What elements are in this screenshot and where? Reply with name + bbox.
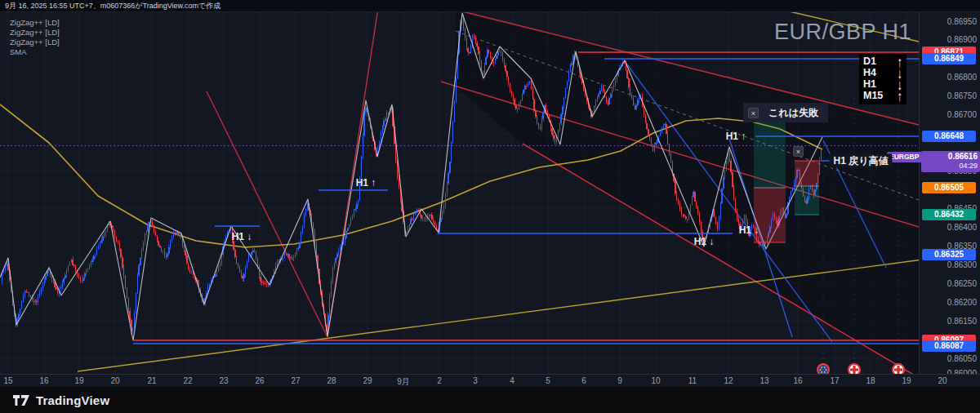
current-price-value: 0.86616 bbox=[924, 151, 978, 162]
bar-countdown: 04:29 bbox=[924, 162, 978, 171]
chart-annotation-h1-swing-high[interactable]: H1 戻り高値 bbox=[830, 154, 893, 168]
indicator-legend-row[interactable]: ZigZag++ [LD] bbox=[10, 18, 60, 28]
time-tick: 21 bbox=[147, 376, 156, 385]
price-level-label: 0.86087 bbox=[922, 340, 976, 352]
candlestick-chart-canvas[interactable] bbox=[0, 0, 980, 387]
footer-bar: TradingView bbox=[0, 387, 980, 413]
time-tick: 5 bbox=[546, 376, 550, 385]
close-icon[interactable]: × bbox=[793, 146, 804, 157]
time-tick: 2 bbox=[437, 376, 442, 385]
time-tick: 3 bbox=[473, 376, 478, 385]
time-tick: 9 bbox=[617, 376, 622, 385]
time-tick: 29 bbox=[363, 376, 372, 385]
price-tick: 0.86150 bbox=[947, 317, 977, 326]
symbol-watermark: EUR/GBP H1 bbox=[774, 20, 911, 45]
close-icon[interactable]: × bbox=[748, 108, 759, 118]
price-level-label: 0.86849 bbox=[922, 53, 976, 64]
publish-timestamp: 9月 16, 2025 16:55 UTC+7、m0607366がTrading… bbox=[5, 1, 220, 11]
chart-annotation-h1-up-mid[interactable]: H1 ↑ bbox=[356, 177, 376, 189]
chart-annotation-h1-down-left[interactable]: H1 ↓ bbox=[232, 231, 252, 242]
tradingview-chart-window: 9月 16, 2025 16:55 UTC+7、m0607366がTrading… bbox=[0, 0, 980, 413]
price-level-label: 0.86648 bbox=[922, 131, 976, 142]
time-tick: 16 bbox=[39, 376, 48, 385]
time-tick: 23 bbox=[219, 376, 228, 385]
price-level-label: 0.86505 bbox=[922, 182, 976, 193]
tradingview-brand-text: TradingView bbox=[36, 393, 109, 407]
time-tick: 17 bbox=[830, 376, 839, 385]
current-price-label: EURGBP 0.86616 04:29 bbox=[887, 151, 980, 172]
time-tick: 4 bbox=[510, 376, 514, 385]
timeframe-label: H4 bbox=[863, 67, 876, 78]
time-tick: 22 bbox=[183, 376, 192, 385]
time-tick: 19 bbox=[902, 376, 911, 385]
time-tick: 15 bbox=[3, 376, 12, 385]
time-tick: 6 bbox=[581, 376, 586, 385]
price-tick: 0.86300 bbox=[947, 260, 977, 269]
price-tick: 0.86800 bbox=[947, 73, 977, 82]
note-label-text: これは失敗 bbox=[759, 106, 828, 120]
time-tick: 20 bbox=[110, 376, 119, 385]
time-tick: 9月 bbox=[397, 376, 410, 388]
time-tick: 27 bbox=[291, 376, 300, 385]
price-tick: 0.86400 bbox=[947, 223, 977, 232]
price-tick: 0.86250 bbox=[947, 279, 977, 288]
chart-annotation-h1-up-right[interactable]: H1 ↑ bbox=[726, 131, 746, 142]
time-tick: 13 bbox=[760, 376, 768, 385]
mtf-trend-panel: D1↑H4↓H1↓M15↑ bbox=[859, 54, 906, 104]
indicator-legend[interactable]: ZigZag++ [LD]ZigZag++ [LD]ZigZag++ [LD]S… bbox=[10, 18, 60, 57]
price-tick: 0.86700 bbox=[947, 110, 977, 119]
time-tick: 18 bbox=[866, 376, 875, 385]
price-tick: 0.86950 bbox=[947, 17, 977, 26]
time-tick: 28 bbox=[327, 376, 336, 385]
price-tick: 0.86900 bbox=[947, 35, 977, 44]
time-tick: 11 bbox=[688, 376, 697, 385]
price-level-label: 0.86325 bbox=[922, 249, 976, 260]
time-tick: 20 bbox=[938, 376, 947, 385]
up-arrow-icon: ↑ bbox=[898, 87, 903, 104]
chart-annotation-h1-down-right-b[interactable]: H1 ↓ bbox=[739, 224, 760, 236]
mtf-row-m15: M15↑ bbox=[863, 90, 902, 101]
timeframe-label: M15 bbox=[863, 90, 883, 101]
publish-header-bar: 9月 16, 2025 16:55 UTC+7、m0607366がTrading… bbox=[0, 0, 980, 12]
time-tick: 26 bbox=[255, 376, 264, 385]
indicator-legend-row[interactable]: ZigZag++ [LD] bbox=[10, 38, 60, 47]
time-tick: 19 bbox=[74, 376, 83, 385]
timeframe-label: H1 bbox=[863, 78, 876, 90]
price-axis[interactable]: EURGBP 0.86616 04:29 0.869500.869000.868… bbox=[919, 11, 980, 374]
note-label-box[interactable]: × これは失敗 bbox=[743, 103, 828, 122]
chart-annotation-h1-down-right-a[interactable]: H1 ↓ bbox=[694, 236, 715, 247]
indicator-legend-row[interactable]: ZigZag++ [LD] bbox=[10, 28, 60, 38]
time-tick: 10 bbox=[651, 376, 660, 385]
price-tick: 0.86750 bbox=[947, 91, 977, 100]
time-axis[interactable]: 15161920212223262728299月2345691011121316… bbox=[0, 374, 980, 388]
time-tick: 12 bbox=[724, 376, 733, 385]
price-tick: 0.86200 bbox=[947, 298, 977, 307]
tradingview-logo-icon[interactable]: TradingView bbox=[13, 393, 109, 407]
timeframe-label: D1 bbox=[863, 56, 876, 67]
price-level-label: 0.86432 bbox=[922, 209, 976, 220]
indicator-legend-row[interactable]: SMA bbox=[10, 47, 60, 57]
price-tick: 0.86050 bbox=[947, 354, 977, 363]
time-tick: 16 bbox=[793, 376, 802, 385]
